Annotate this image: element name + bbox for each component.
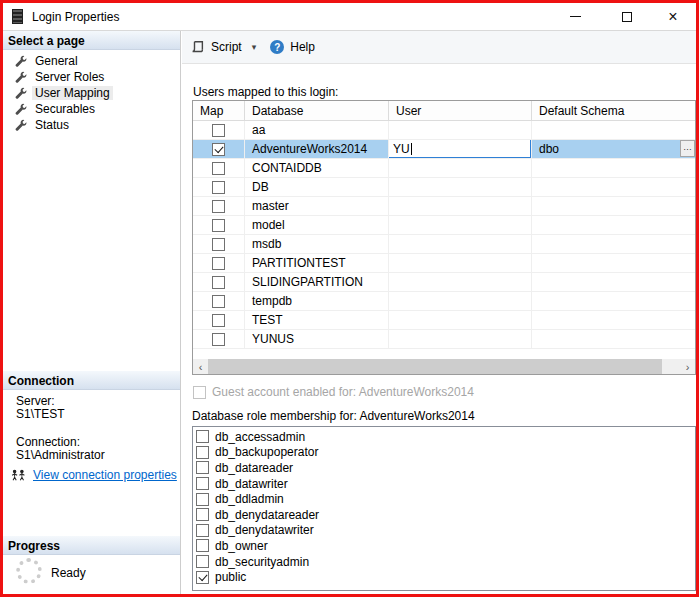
sidebar-item-status[interactable]: Status bbox=[3, 117, 178, 133]
horizontal-scrollbar[interactable]: ‹ › bbox=[193, 359, 695, 374]
map-checkbox[interactable] bbox=[212, 143, 225, 156]
map-checkbox[interactable] bbox=[212, 200, 225, 213]
map-checkbox[interactable] bbox=[212, 238, 225, 251]
scrollbar-thumb[interactable] bbox=[208, 359, 662, 374]
close-button[interactable]: × bbox=[653, 3, 693, 30]
default-schema-cell[interactable] bbox=[532, 159, 695, 178]
help-button[interactable]: Help bbox=[290, 40, 315, 54]
default-schema-cell[interactable] bbox=[532, 254, 695, 273]
role-checkbox[interactable] bbox=[196, 555, 209, 568]
browse-schema-button[interactable]: … bbox=[680, 140, 695, 157]
database-cell[interactable]: SLIDINGPARTITION bbox=[245, 273, 389, 292]
table-row[interactable]: model bbox=[193, 216, 695, 235]
database-cell[interactable]: DB bbox=[245, 178, 389, 197]
database-cell[interactable]: model bbox=[245, 216, 389, 235]
user-input[interactable]: YU bbox=[389, 140, 532, 159]
role-item-db_accessadmin[interactable]: db_accessadmin bbox=[196, 429, 695, 445]
minimize-button[interactable] bbox=[555, 3, 595, 30]
role-checkbox[interactable] bbox=[196, 461, 209, 474]
user-cell[interactable] bbox=[389, 254, 532, 273]
user-cell[interactable] bbox=[389, 292, 532, 311]
role-item-db_denydatawriter[interactable]: db_denydatawriter bbox=[196, 523, 695, 539]
sidebar-item-securables[interactable]: Securables bbox=[3, 101, 178, 117]
sidebar-item-user-mapping[interactable]: User Mapping bbox=[3, 85, 178, 101]
scroll-right-icon[interactable]: › bbox=[680, 359, 695, 374]
map-checkbox[interactable] bbox=[212, 257, 225, 270]
user-cell[interactable] bbox=[389, 216, 532, 235]
default-schema-cell[interactable] bbox=[532, 292, 695, 311]
map-checkbox[interactable] bbox=[212, 314, 225, 327]
users-mapped-label: Users mapped to this login: bbox=[193, 85, 338, 99]
table-row[interactable]: aa bbox=[193, 121, 695, 140]
role-checkbox[interactable] bbox=[196, 539, 209, 552]
map-checkbox[interactable] bbox=[212, 181, 225, 194]
user-cell[interactable] bbox=[389, 197, 532, 216]
role-checkbox[interactable] bbox=[196, 430, 209, 443]
default-schema-cell[interactable] bbox=[532, 178, 695, 197]
table-row[interactable]: PARTITIONTEST bbox=[193, 254, 695, 273]
table-row[interactable]: YUNUS bbox=[193, 330, 695, 349]
role-item-db_datawriter[interactable]: db_datawriter bbox=[196, 476, 695, 492]
map-checkbox[interactable] bbox=[212, 219, 225, 232]
database-cell[interactable]: master bbox=[245, 197, 389, 216]
map-checkbox[interactable] bbox=[212, 162, 225, 175]
sidebar-item-general[interactable]: General bbox=[3, 53, 178, 69]
user-cell[interactable] bbox=[389, 273, 532, 292]
column-header-map: Map bbox=[193, 101, 245, 121]
role-checkbox[interactable] bbox=[196, 446, 209, 459]
default-schema-cell[interactable] bbox=[532, 311, 695, 330]
default-schema-cell[interactable] bbox=[532, 330, 695, 349]
table-row[interactable]: CONTAIDDB bbox=[193, 159, 695, 178]
scroll-left-icon[interactable]: ‹ bbox=[193, 359, 208, 374]
default-schema-cell[interactable] bbox=[532, 121, 695, 140]
view-connection-properties-link[interactable]: View connection properties bbox=[33, 468, 177, 482]
user-cell[interactable] bbox=[389, 311, 532, 330]
map-checkbox[interactable] bbox=[212, 124, 225, 137]
table-row[interactable]: msdb bbox=[193, 235, 695, 254]
table-row[interactable]: DB bbox=[193, 178, 695, 197]
database-cell[interactable]: aa bbox=[245, 121, 389, 140]
table-row[interactable]: tempdb bbox=[193, 292, 695, 311]
role-item-db_backupoperator[interactable]: db_backupoperator bbox=[196, 445, 695, 461]
default-schema-cell[interactable]: dbo… bbox=[532, 140, 695, 159]
database-cell[interactable]: tempdb bbox=[245, 292, 389, 311]
database-cell[interactable]: AdventureWorks2014 bbox=[245, 140, 389, 159]
role-item-db_owner[interactable]: db_owner bbox=[196, 538, 695, 554]
sidebar-item-server-roles[interactable]: Server Roles bbox=[3, 69, 178, 85]
database-cell[interactable]: YUNUS bbox=[245, 330, 389, 349]
default-schema-cell[interactable] bbox=[532, 197, 695, 216]
maximize-button[interactable] bbox=[607, 3, 647, 30]
database-cell[interactable]: msdb bbox=[245, 235, 389, 254]
script-button[interactable]: Script bbox=[211, 40, 242, 54]
table-row[interactable]: master bbox=[193, 197, 695, 216]
user-cell[interactable]: YU bbox=[389, 140, 532, 159]
map-checkbox[interactable] bbox=[212, 333, 225, 346]
map-checkbox[interactable] bbox=[212, 276, 225, 289]
default-schema-cell[interactable] bbox=[532, 273, 695, 292]
role-checkbox[interactable] bbox=[196, 571, 209, 584]
role-item-db_ddladmin[interactable]: db_ddladmin bbox=[196, 491, 695, 507]
default-schema-cell[interactable] bbox=[532, 216, 695, 235]
script-dropdown-icon[interactable]: ▾ bbox=[252, 42, 257, 52]
default-schema-cell[interactable] bbox=[532, 235, 695, 254]
table-row[interactable]: SLIDINGPARTITION bbox=[193, 273, 695, 292]
role-checkbox[interactable] bbox=[196, 508, 209, 521]
role-item-db_securityadmin[interactable]: db_securityadmin bbox=[196, 554, 695, 570]
map-checkbox[interactable] bbox=[212, 295, 225, 308]
role-item-db_datareader[interactable]: db_datareader bbox=[196, 460, 695, 476]
user-cell[interactable] bbox=[389, 159, 532, 178]
user-cell[interactable] bbox=[389, 178, 532, 197]
database-cell[interactable]: PARTITIONTEST bbox=[245, 254, 389, 273]
user-cell[interactable] bbox=[389, 330, 532, 349]
role-item-db_denydatareader[interactable]: db_denydatareader bbox=[196, 507, 695, 523]
role-item-public[interactable]: public bbox=[196, 569, 695, 585]
role-checkbox[interactable] bbox=[196, 524, 209, 537]
database-cell[interactable]: CONTAIDDB bbox=[245, 159, 389, 178]
table-row[interactable]: TEST bbox=[193, 311, 695, 330]
user-cell[interactable] bbox=[389, 235, 532, 254]
database-cell[interactable]: TEST bbox=[245, 311, 389, 330]
user-cell[interactable] bbox=[389, 121, 532, 140]
role-checkbox[interactable] bbox=[196, 493, 209, 506]
role-checkbox[interactable] bbox=[196, 477, 209, 490]
table-row[interactable]: AdventureWorks2014YUdbo… bbox=[193, 140, 695, 159]
